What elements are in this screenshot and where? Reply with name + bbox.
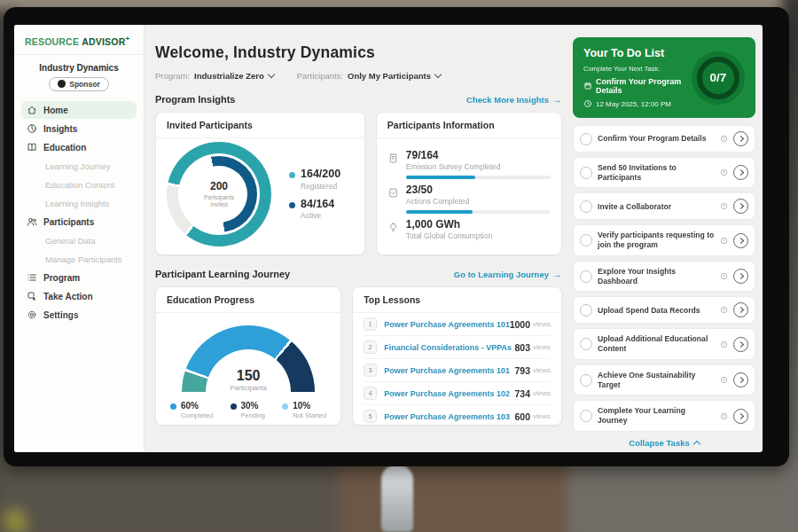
stat-global-consumption: 1,000 GWh Total Global Consumption (387, 218, 551, 240)
sidebar-item-label: Education (43, 143, 86, 153)
todo-task-row[interactable]: Verify participants requesting to join t… (573, 224, 755, 255)
link-label: Check More Insights (466, 95, 549, 105)
participants-dropdown[interactable]: Participants: Only My Participants (297, 71, 441, 81)
todo-task-row[interactable]: Confirm Your Program Details (573, 125, 755, 153)
task-checkbox[interactable] (580, 270, 592, 283)
chevron-right-icon (737, 203, 743, 209)
chevron-down-icon (434, 71, 442, 78)
arrow-right-icon: → (552, 94, 562, 105)
todo-task-row[interactable]: Achieve One Sustainability Target (573, 364, 755, 395)
stat-actions-completed: 23/50 Actions Completed (387, 184, 551, 214)
sidebar-item-label: Learning Journey (45, 161, 110, 171)
lesson-views-suffix: views (533, 366, 551, 374)
collapse-tasks-link[interactable]: Collapse Tasks (573, 438, 755, 448)
todo-next-task[interactable]: Confirm Your Program Details (583, 77, 686, 95)
settings-gear-icon (27, 309, 37, 320)
todo-task-row[interactable]: Complete Your Learning Journey (573, 400, 755, 431)
lesson-rank-badge: 3 (364, 364, 377, 377)
monitor-stand (381, 465, 413, 532)
task-chevron-button[interactable] (733, 302, 748, 317)
task-chevron-button[interactable] (733, 233, 748, 248)
go-to-learning-journey-link[interactable]: Go to Learning Journey → (454, 269, 562, 279)
sidebar-item-take-action[interactable]: Take Action (21, 287, 137, 305)
chevron-right-icon (737, 341, 743, 348)
chevron-down-icon (267, 71, 274, 78)
sidebar-item-label: Insights (43, 124, 77, 134)
lesson-rank-badge: 1 (364, 317, 377, 331)
sidebar-item-education[interactable]: Education (21, 138, 137, 156)
lesson-views-count: 600 (514, 411, 530, 422)
program-dropdown-label: Program: (155, 71, 190, 81)
task-chevron-button[interactable] (733, 337, 748, 352)
program-dropdown[interactable]: Program: Industrialize Zero (155, 71, 274, 81)
lesson-title-link[interactable]: Financial Considerations - VPPAs (384, 343, 514, 352)
filter-bar: Program: Industrialize Zero Participants… (155, 71, 562, 81)
sponsor-badge: Sponsor (49, 77, 108, 91)
task-checkbox[interactable] (580, 234, 592, 246)
sidebar-item-participants[interactable]: Participants (21, 213, 137, 231)
todo-task-row[interactable]: Explore Your Insights Dashboard (573, 261, 755, 292)
todo-task-list: Confirm Your Program Details Send 50 Inv… (573, 125, 755, 436)
clock-icon (720, 412, 728, 420)
participants-information-card: Participants Information 79/164 Emission… (376, 112, 562, 255)
task-chevron-button[interactable] (733, 165, 748, 180)
task-label: Upload Spend Data Records (598, 306, 715, 316)
task-checkbox[interactable] (580, 304, 592, 317)
sidebar-item-settings[interactable]: Settings (21, 306, 137, 324)
sidebar-item-label: Education Content (45, 180, 114, 190)
learning-cards-row: Education Progress 150 Participants 60% (155, 286, 562, 426)
task-label: Upload Additional Educational Content (598, 334, 715, 353)
sidebar-item-learning-insights[interactable]: Learning Insights (21, 194, 137, 212)
card-title: Participants Information (377, 113, 561, 138)
todo-task-row[interactable]: Send 50 Invitations to Participants (573, 157, 755, 188)
invited-donut-chart: 200 Participants Invited (167, 142, 271, 246)
sidebar-item-education-content[interactable]: Education Content (21, 176, 137, 193)
lesson-row: 4 Power Purchase Agreements 102 734 view… (364, 382, 551, 405)
lesson-title-link[interactable]: Power Purchase Agreements 102 (384, 389, 514, 398)
sidebar-item-home[interactable]: Home (21, 101, 137, 119)
gauge-legend: 60% Completed 30% Pending (156, 392, 340, 419)
todo-task-row[interactable]: Upload Additional Educational Content (573, 328, 755, 359)
todo-subtitle: Complete Your Next Task: (583, 65, 686, 73)
task-chevron-button[interactable] (733, 409, 748, 424)
task-checkbox[interactable] (580, 167, 592, 179)
program-dropdown-value: Industrialize Zero (194, 71, 264, 81)
task-checkbox[interactable] (580, 410, 592, 422)
task-label: Send 50 Invitations to Participants (598, 163, 715, 182)
sponsor-badge-label: Sponsor (69, 80, 99, 89)
learning-journey-heading: Participant Learning Journey (155, 269, 290, 279)
task-checkbox[interactable] (580, 338, 592, 350)
todo-next-task-label: Confirm Your Program Details (596, 77, 686, 95)
lesson-views-suffix: views (533, 343, 551, 351)
program-insights-heading: Program Insights (155, 94, 235, 105)
sidebar-item-insights[interactable]: Insights (21, 120, 137, 137)
sidebar-item-manage-participants[interactable]: Manage Participants (21, 250, 137, 268)
main-content: Welcome, Industry Dynamics Program: Indu… (145, 25, 573, 452)
sidebar-item-program[interactable]: Program (21, 269, 137, 286)
lesson-title-link[interactable]: Power Purchase Agreements 103 (384, 412, 514, 421)
program-list-icon (27, 272, 37, 283)
clock-icon (720, 135, 728, 143)
legend-dot (282, 403, 288, 410)
check-more-insights-link[interactable]: Check More Insights → (466, 94, 562, 105)
task-chevron-button[interactable] (733, 372, 748, 387)
link-label: Go to Learning Journey (454, 270, 549, 279)
stat-label: Emission Survey Completed (406, 162, 551, 171)
todo-title: Your To Do List (583, 47, 686, 59)
sidebar-item-learning-journey[interactable]: Learning Journey (21, 157, 137, 175)
task-label: Complete Your Learning Journey (598, 406, 715, 425)
todo-task-row[interactable]: Invite a Collaborator (573, 192, 755, 220)
stat-value: 23/50 (406, 184, 551, 196)
todo-task-row[interactable]: Upload Spend Data Records (573, 296, 755, 324)
lesson-title-link[interactable]: Power Purchase Agreements 101 (384, 366, 514, 375)
task-checkbox[interactable] (580, 133, 592, 145)
lesson-title-link[interactable]: Power Purchase Agreements 101 (384, 320, 509, 329)
task-chevron-button[interactable] (733, 269, 748, 284)
task-checkbox[interactable] (580, 200, 592, 213)
sidebar-item-general-data[interactable]: General Data (21, 231, 137, 249)
task-chevron-button[interactable] (733, 131, 748, 146)
task-checkbox[interactable] (580, 374, 592, 387)
task-chevron-button[interactable] (733, 199, 748, 214)
progress-bar-fill (406, 176, 475, 179)
legend-dot (289, 202, 295, 208)
